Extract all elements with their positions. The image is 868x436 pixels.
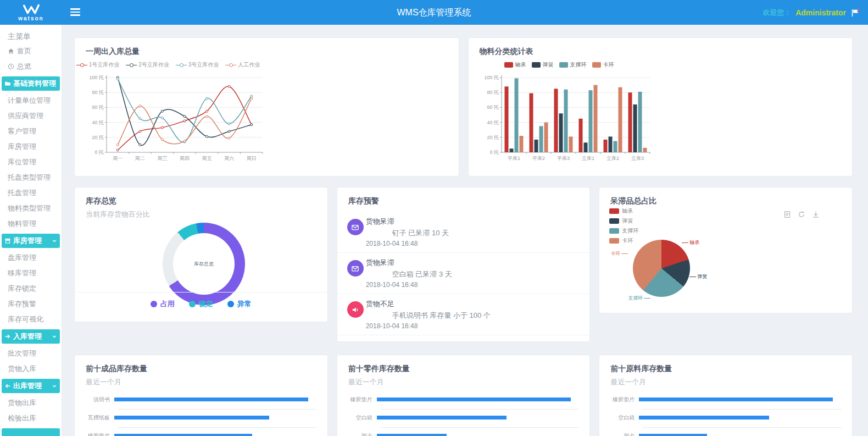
pie-legend-item-卡环[interactable]: 卡环 [609,237,638,245]
sidebar-item-托盘管理[interactable]: 托盘管理 [0,185,62,201]
sidebar-item-首页[interactable]: 首页 [0,43,62,59]
legend-label: 弹簧 [622,217,633,225]
sidebar-item-label: 批次管理 [8,349,36,358]
sidebar-item-客户管理[interactable]: 客户管理 [0,124,62,139]
hbar-track [377,434,579,436]
data-view-icon[interactable] [783,211,791,218]
hbar-row: 贺卡 [347,432,579,436]
flag-icon[interactable] [850,8,860,17]
weekly-line-chart[interactable]: 0 托20 托40 托60 托80 托100 托周一周二周三周四周五周六周日 [81,71,268,169]
hbar-fill [639,416,769,420]
sidebar-item-label: 移库管理 [8,268,36,278]
card-top-parts: 前十零件库存数量 最近一个月 橡胶垫片空白箱贺卡说明书 [337,355,591,436]
alert-item[interactable]: 货物不足手机说明书 库存量 小于 100 个2018-10-04 16:48 [337,294,590,335]
donut-legend-item-占用[interactable]: 占用 [151,299,175,309]
svg-text:平库1: 平库1 [507,156,520,161]
sidebar-item-物料管理[interactable]: 物料管理 [0,216,62,231]
sidebar-item-入库管理[interactable]: 入库管理 [2,329,60,344]
sidebar-item-盘库管理[interactable]: 盘库管理 [0,250,62,266]
top-finished-bar-chart[interactable]: 说明书瓦楞纸板橡胶垫片空白箱 [85,396,316,436]
sidebar-item-库存可视化[interactable]: 库存可视化 [0,312,62,327]
hbar-label: 空白箱 [347,414,377,422]
hbar-fill [114,434,252,436]
chevron-down-icon [52,238,57,244]
sidebar-item-库房管理[interactable]: 库房管理 [0,139,62,154]
legend-label: 卡环 [603,61,614,69]
svg-text:周四: 周四 [180,156,190,161]
download-icon[interactable] [812,211,820,218]
donut-legend-item-异常[interactable]: 异常 [227,299,252,309]
pie-legend-item-弹簧[interactable]: 弹簧 [609,217,638,225]
card-inventory-alerts: 库存预警 货物呆滞钉子 已呆滞 10 天2018-10-04 16:48货物呆滞… [337,187,591,342]
legend-item-支撑环[interactable]: 支撑环 [559,61,587,69]
logo[interactable]: watson [0,0,62,25]
sidebar-item-基础资料管理[interactable]: 基础资料管理 [2,76,60,91]
arrow-left-icon [4,383,11,389]
pie-legend-item-轴承[interactable]: 轴承 [609,207,638,215]
sidebar-item-检验出库[interactable]: 检验出库 [0,411,62,426]
svg-text:周二: 周二 [135,156,145,161]
inventory-donut-chart[interactable]: 库存总览 [163,223,245,305]
envelope-icon [347,260,364,277]
stagnant-pie-chart[interactable] [633,240,690,297]
svg-text:平库2: 平库2 [532,156,544,161]
sidebar-item-label: 基础资料管理 [13,79,56,89]
sidebar-item-库存锁定[interactable]: 库存锁定 [0,281,62,296]
username: Administrator [795,8,846,17]
legend-swatch [504,62,513,68]
donut-legend-item-锁定[interactable]: 锁定 [189,299,213,309]
hbar-gridline [119,422,316,428]
sidebar-item-label: 检验出库 [8,413,36,423]
legend-item-卡环[interactable]: 卡环 [592,61,614,69]
top-parts-bar-chart[interactable]: 橡胶垫片空白箱贺卡说明书 [347,396,579,436]
hbar-fill [639,434,707,436]
pie-legend-item-支撑环[interactable]: 支撑环 [609,227,638,235]
alert-item[interactable]: 货物呆滞钉子 已呆滞 10 天2018-10-04 16:48 [337,212,590,253]
sidebar-item-计量单位管理[interactable]: 计量单位管理 [0,93,62,108]
svg-text:100 托: 100 托 [89,75,104,80]
legend-item-1号立库作业[interactable]: 1号立库作业 [76,61,120,69]
sidebar-item-label: 盘库管理 [8,253,36,263]
sidebar-item-供应商管理[interactable]: 供应商管理 [0,108,62,124]
alert-item[interactable]: 货物呆滞空白箱 已呆滞 3 天2018-10-04 16:48 [337,253,590,294]
alert-title: 货物超出 [366,340,579,342]
sidebar-item-货物入库[interactable]: 货物入库 [0,361,62,377]
restore-icon[interactable] [798,211,805,218]
sidebar-item-移库管理[interactable]: 移库管理 [0,266,62,281]
sidebar-item-label: 货物入库 [8,364,36,374]
sidebar-item-库位管理[interactable]: 库位管理 [0,154,62,170]
svg-text:80 托: 80 托 [487,90,499,95]
sidebar-item-partial[interactable] [2,428,60,436]
pie-slice-label-轴承: 轴承 [682,239,699,246]
envelope-icon [347,219,364,235]
weekly-chart-legend: 1号立库作业2号立库作业3号立库作业人工作业 [75,61,261,69]
sidebar-item-批次管理[interactable]: 批次管理 [0,346,62,361]
legend-item-人工作业[interactable]: 人工作业 [225,61,260,69]
legend-label: 支撑环 [570,61,587,69]
alert-item[interactable]: 货物超出硬纸板 库存量 大于 300 个2018-10-04 16:48 [337,335,590,342]
sidebar-item-托盘类型管理[interactable]: 托盘类型管理 [0,170,62,185]
hbar-fill [639,398,833,401]
sidebar-item-货物出库[interactable]: 货物出库 [0,395,62,411]
hbar-label: 空白箱 [609,414,639,422]
sidebar-item-库存预警[interactable]: 库存预警 [0,296,62,312]
material-bar-chart[interactable]: 0 托20 托40 托60 托80 托100 托平库1平库2平库3立库1立库2立… [475,71,656,169]
hbar-track [114,416,316,420]
sidebar-item-总览[interactable]: 总览 [0,59,62,74]
sidebar-item-label: 库存可视化 [8,314,43,324]
card-top-raw: 前十原料库存数量 最近一个月 橡胶垫片空白箱贺卡说明书 [599,355,853,436]
top-raw-bar-chart[interactable]: 橡胶垫片空白箱贺卡说明书 [609,396,841,436]
legend-item-2号立库作业[interactable]: 2号立库作业 [126,61,169,69]
sidebar-item-库房管理[interactable]: 库房管理 [2,234,60,248]
hbar-track [639,398,841,402]
sidebar-item-物料类型管理[interactable]: 物料类型管理 [0,201,62,216]
chevron-down-icon [52,383,57,389]
hbar-fill [377,434,447,436]
sidebar-item-出库管理[interactable]: 出库管理 [2,379,60,393]
legend-item-3号立库作业[interactable]: 3号立库作业 [176,61,219,69]
hamburger-menu-button[interactable] [70,8,80,16]
legend-item-轴承[interactable]: 轴承 [504,61,526,69]
pie-legend: 轴承弹簧支撑环卡环 [609,207,638,247]
legend-item-弹簧[interactable]: 弹簧 [532,61,554,69]
hbar-track [377,398,579,402]
